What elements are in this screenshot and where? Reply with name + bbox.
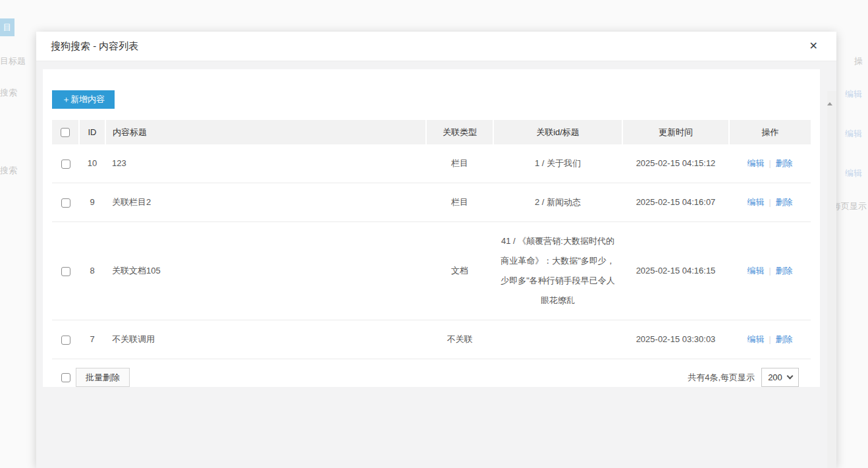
bg-sidebar-active-item: 目 <box>0 18 14 36</box>
bg-edit-link-fragment: 编辑 <box>845 167 862 179</box>
cell-title: 123 <box>105 144 426 183</box>
header-updated: 更新时间 <box>622 120 729 144</box>
bg-per-page-fragment: 每页显示 <box>832 200 867 212</box>
scrollbar-up-icon[interactable] <box>827 91 832 105</box>
bg-ops-header-fragment: 操 <box>854 55 863 67</box>
table-row: 7 不关联调用 不关联 2025-02-15 03:30:03 编辑|删除 <box>52 320 811 359</box>
header-id: ID <box>79 120 105 144</box>
cell-id: 7 <box>79 320 105 359</box>
table-row: 9 关联栏目2 栏目 2 / 新闻动态 2025-02-15 04:16:07 … <box>52 183 811 222</box>
cell-rel-target <box>493 320 622 359</box>
bg-sidebar-fragment: 目标题 <box>0 55 26 67</box>
footer-select-all-checkbox[interactable] <box>61 373 70 382</box>
op-separator: | <box>769 335 771 344</box>
cell-updated: 2025-02-15 04:16:07 <box>622 183 729 222</box>
cell-title: 不关联调用 <box>105 320 426 359</box>
table-row: 10 123 栏目 1 / 关于我们 2025-02-15 04:15:12 编… <box>52 144 811 183</box>
content-list-dialog: 搜狗搜索 - 内容列表 ✕ ＋新增内容 ID 内容标题 关联类型 关联id/标题 <box>36 32 836 468</box>
content-card: ＋新增内容 ID 内容标题 关联类型 关联id/标题 更新时间 操作 <box>43 69 820 387</box>
cell-title: 关联文档105 <box>105 222 426 320</box>
dialog-body: ＋新增内容 ID 内容标题 关联类型 关联id/标题 更新时间 操作 <box>36 61 836 468</box>
cell-rel-type: 文档 <box>426 222 493 320</box>
row-checkbox[interactable] <box>61 198 70 208</box>
cell-ops: 编辑|删除 <box>729 320 811 359</box>
bg-edit-link-fragment: 编辑 <box>845 88 862 100</box>
page-size-value: 200 <box>768 372 782 382</box>
edit-link[interactable]: 编辑 <box>747 266 764 276</box>
cell-ops: 编辑|删除 <box>729 222 811 320</box>
edit-link[interactable]: 编辑 <box>747 197 764 207</box>
bg-edit-link-fragment: 编辑 <box>845 128 862 140</box>
dialog-scrollbar[interactable] <box>827 91 836 468</box>
op-separator: | <box>769 266 771 276</box>
header-checkbox-cell <box>52 120 79 144</box>
cell-rel-type: 栏目 <box>426 144 493 183</box>
cell-updated: 2025-02-15 04:15:12 <box>622 144 729 183</box>
row-checkbox[interactable] <box>61 336 70 345</box>
cell-rel-type: 不关联 <box>426 320 493 359</box>
row-checkbox[interactable] <box>61 160 70 169</box>
cell-updated: 2025-02-15 03:30:03 <box>622 320 729 359</box>
select-all-checkbox[interactable] <box>61 128 70 137</box>
chevron-down-icon <box>786 372 793 379</box>
cell-rel-target: 41 / 《颠覆营销:大数据时代的商业革命》：大数据"多即少，少即多"各种行销手… <box>493 222 622 320</box>
page-size-select[interactable]: 200 <box>761 368 799 387</box>
table-row: 8 关联文档105 文档 41 / 《颠覆营销:大数据时代的商业革命》：大数据"… <box>52 222 811 320</box>
op-separator: | <box>769 159 771 168</box>
cell-id: 8 <box>79 222 105 320</box>
batch-delete-button[interactable]: 批量删除 <box>76 368 130 387</box>
delete-link[interactable]: 删除 <box>776 266 793 276</box>
dialog-title: 搜狗搜索 - 内容列表 <box>51 40 138 53</box>
header-rel-target: 关联id/标题 <box>493 120 622 144</box>
cell-id: 10 <box>79 144 105 183</box>
delete-link[interactable]: 删除 <box>776 158 793 168</box>
delete-link[interactable]: 删除 <box>776 197 793 207</box>
close-icon[interactable]: ✕ <box>805 40 822 53</box>
header-rel-type: 关联类型 <box>426 120 493 144</box>
row-checkbox[interactable] <box>61 267 70 276</box>
bg-sidebar-fragment: 搜索 <box>0 165 17 177</box>
table-header-row: ID 内容标题 关联类型 关联id/标题 更新时间 操作 <box>52 120 811 144</box>
header-title: 内容标题 <box>105 120 426 144</box>
cell-ops: 编辑|删除 <box>729 183 811 222</box>
content-table: ID 内容标题 关联类型 关联id/标题 更新时间 操作 10 123 栏目 <box>52 120 811 359</box>
header-ops: 操作 <box>729 120 811 144</box>
cell-ops: 编辑|删除 <box>729 144 811 183</box>
pagination-area: 共有4条,每页显示 200 <box>688 368 799 387</box>
cell-rel-type: 栏目 <box>426 183 493 222</box>
edit-link[interactable]: 编辑 <box>747 334 764 344</box>
records-summary: 共有4条,每页显示 <box>688 372 755 384</box>
cell-rel-target: 2 / 新闻动态 <box>493 183 622 222</box>
cell-title: 关联栏目2 <box>105 183 426 222</box>
table-footer: 批量删除 共有4条,每页显示 200 <box>52 359 811 387</box>
op-separator: | <box>769 198 771 207</box>
cell-id: 9 <box>79 183 105 222</box>
add-content-button[interactable]: ＋新增内容 <box>52 90 115 109</box>
bg-sidebar-fragment: 搜索 <box>0 87 17 99</box>
dialog-header: 搜狗搜索 - 内容列表 ✕ <box>36 32 836 61</box>
delete-link[interactable]: 删除 <box>776 334 793 344</box>
cell-rel-target: 1 / 关于我们 <box>493 144 622 183</box>
cell-updated: 2025-02-15 04:16:15 <box>622 222 729 320</box>
edit-link[interactable]: 编辑 <box>747 158 764 168</box>
